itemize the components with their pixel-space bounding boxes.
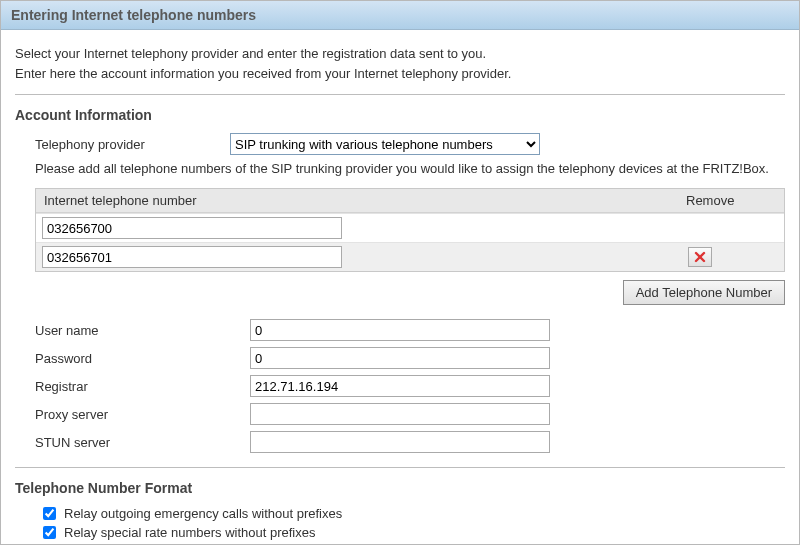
add-button-row: Add Telephone Number — [15, 280, 785, 305]
table-row — [36, 213, 784, 242]
stun-label: STUN server — [15, 435, 250, 450]
registrar-row: Registrar — [15, 375, 785, 397]
col-header-remove: Remove — [686, 193, 776, 208]
special-rate-label: Relay special rate numbers without prefi… — [64, 525, 315, 540]
registrar-label: Registrar — [15, 379, 250, 394]
proxy-label: Proxy server — [15, 407, 250, 422]
table-header: Internet telephone number Remove — [36, 189, 784, 213]
username-input[interactable] — [250, 319, 550, 341]
intro-line-2: Enter here the account information you r… — [15, 64, 785, 84]
proxy-row: Proxy server — [15, 403, 785, 425]
phone-number-table: Internet telephone number Remove — [35, 188, 785, 272]
registrar-input[interactable] — [250, 375, 550, 397]
table-row — [36, 242, 784, 271]
format-section-title: Telephone Number Format — [15, 480, 785, 496]
panel-content: Select your Internet telephony provider … — [1, 30, 799, 540]
credentials-block: User name Password Registrar Proxy serve… — [15, 319, 785, 453]
col-header-number: Internet telephone number — [44, 193, 686, 208]
password-label: Password — [15, 351, 250, 366]
divider — [15, 94, 785, 95]
phone-number-input[interactable] — [42, 217, 342, 239]
username-row: User name — [15, 319, 785, 341]
emergency-prefix-checkbox[interactable] — [43, 507, 56, 520]
intro-text: Select your Internet telephony provider … — [15, 44, 785, 84]
provider-select[interactable]: SIP trunking with various telephone numb… — [230, 133, 540, 155]
format-section: Telephone Number Format Relay outgoing e… — [15, 480, 785, 540]
title-bar: Entering Internet telephone numbers — [1, 1, 799, 30]
provider-row: Telephony provider SIP trunking with var… — [15, 133, 785, 155]
account-section: Account Information Telephony provider S… — [15, 107, 785, 453]
stun-input[interactable] — [250, 431, 550, 453]
password-input[interactable] — [250, 347, 550, 369]
divider — [15, 467, 785, 468]
settings-panel: Entering Internet telephone numbers Sele… — [0, 0, 800, 545]
account-section-title: Account Information — [15, 107, 785, 123]
proxy-input[interactable] — [250, 403, 550, 425]
provider-help-text: Please add all telephone numbers of the … — [35, 161, 785, 176]
emergency-prefix-row: Relay outgoing emergency calls without p… — [15, 506, 785, 521]
remove-button[interactable] — [688, 247, 712, 267]
intro-line-1: Select your Internet telephony provider … — [15, 44, 785, 64]
x-icon — [694, 251, 706, 263]
provider-label: Telephony provider — [15, 137, 230, 152]
add-phone-number-button[interactable]: Add Telephone Number — [623, 280, 785, 305]
password-row: Password — [15, 347, 785, 369]
phone-number-input[interactable] — [42, 246, 342, 268]
special-rate-row: Relay special rate numbers without prefi… — [15, 525, 785, 540]
emergency-prefix-label: Relay outgoing emergency calls without p… — [64, 506, 342, 521]
special-rate-checkbox[interactable] — [43, 526, 56, 539]
stun-row: STUN server — [15, 431, 785, 453]
username-label: User name — [15, 323, 250, 338]
